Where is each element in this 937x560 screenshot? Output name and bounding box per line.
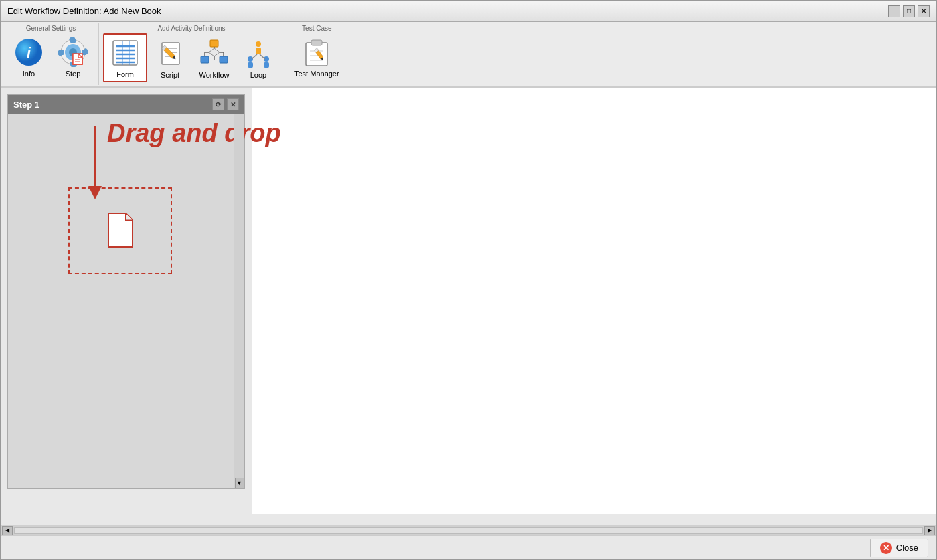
svg-rect-33 [220,56,228,63]
script-icon-svg [155,39,185,68]
add-activity-label: Add Activity Definitions [103,25,280,32]
step-panel-body: Drag and drop ▼ [8,114,244,488]
toolbar-group-test-case: Test Case [284,23,349,85]
svg-rect-46 [264,62,269,68]
svg-rect-50 [311,40,322,45]
form-icon [110,37,141,68]
toolbar-row: General Settings [1,22,936,86]
title-bar-buttons: − □ ✕ [888,5,930,17]
minimize-button[interactable]: − [888,5,900,17]
step-panel-controls: ⟳ ✕ [212,98,239,110]
test-manager-button-label: Test Manager [294,70,339,78]
canvas-white-area [252,88,936,514]
test-case-label: Test Case [288,25,345,32]
svg-rect-44 [248,62,253,68]
svg-text:i: i [27,44,31,61]
drag-drop-text: Drag and drop [107,119,281,148]
drop-zone[interactable] [68,187,172,274]
window-close-button[interactable]: ✕ [918,5,930,17]
close-button[interactable]: ✕ Close [870,539,928,557]
script-button-label: Script [161,71,179,79]
scroll-track-horizontal[interactable] [14,527,923,534]
step-close-button[interactable]: ✕ [227,98,239,110]
loop-button[interactable]: Loop [237,33,280,82]
workflow-icon-svg [199,39,229,68]
loop-icon-svg [244,39,273,68]
svg-rect-32 [201,56,209,63]
form-button-label: Form [116,70,134,78]
form-button[interactable]: Form [103,33,147,82]
step-panel-header: Step 1 ⟳ ✕ [8,95,244,114]
svg-line-48 [260,54,265,59]
scroll-down-button[interactable]: ▼ [235,478,244,488]
svg-marker-59 [126,213,133,220]
bottom-scrollbar: ◀ ▶ [1,525,936,535]
main-window: Edit Workflow Definition: Add New Book −… [0,0,937,560]
script-button[interactable]: Script [149,33,191,82]
footer: ✕ Close [1,535,936,559]
script-icon [155,38,185,69]
main-content: Step 1 ⟳ ✕ Drag and drop [1,88,936,525]
form-icon-svg [110,38,140,68]
maximize-button[interactable]: □ [903,5,915,17]
test-manager-icon-svg [302,37,331,67]
test-manager-button[interactable]: Test Manager [288,33,345,81]
svg-rect-31 [210,40,218,47]
title-bar: Edit Workflow Definition: Add New Book −… [1,1,936,22]
svg-rect-42 [256,48,261,54]
window-title: Edit Workflow Definition: Add New Book [7,6,161,16]
step-panel: Step 1 ⟳ ✕ Drag and drop [7,94,245,489]
toolbar-group-add-activity: Add Activity Definitions [99,23,284,85]
info-icon-svg: i [14,37,44,67]
toolbar-group-general-settings: General Settings [3,23,99,85]
svg-rect-16 [113,41,137,65]
test-manager-icon [301,37,332,68]
workflow-button-label: Workflow [199,71,229,79]
info-button-label: Info [23,70,35,78]
general-settings-label: General Settings [7,25,94,32]
step-panel-title: Step 1 [13,100,39,110]
general-settings-buttons: i Info [7,33,94,81]
workflow-button[interactable]: Workflow [193,33,236,82]
loop-button-label: Loop [250,71,266,79]
svg-line-47 [252,54,257,59]
svg-rect-49 [306,43,327,66]
step-icon-svg [58,37,88,67]
scroll-right-button[interactable]: ▶ [924,526,935,535]
step-panel-scrollbar: ▼ [234,114,244,488]
test-case-buttons: Test Manager [288,33,345,81]
step-icon [58,37,88,68]
workflow-icon [199,38,230,69]
scroll-left-button[interactable]: ◀ [2,526,13,535]
loop-icon [243,38,274,69]
add-activity-buttons: Form [103,33,280,82]
close-button-label: Close [896,543,918,553]
info-icon: i [13,37,44,68]
step-button[interactable]: Step [52,33,94,81]
close-icon: ✕ [880,542,892,554]
drop-zone-icon [106,213,135,248]
info-button[interactable]: i Info [7,33,50,81]
svg-marker-34 [209,48,220,56]
svg-point-41 [256,41,261,47]
step-refresh-button[interactable]: ⟳ [212,98,224,110]
toolbar: General Settings [1,22,936,88]
step-button-label: Step [66,70,81,78]
